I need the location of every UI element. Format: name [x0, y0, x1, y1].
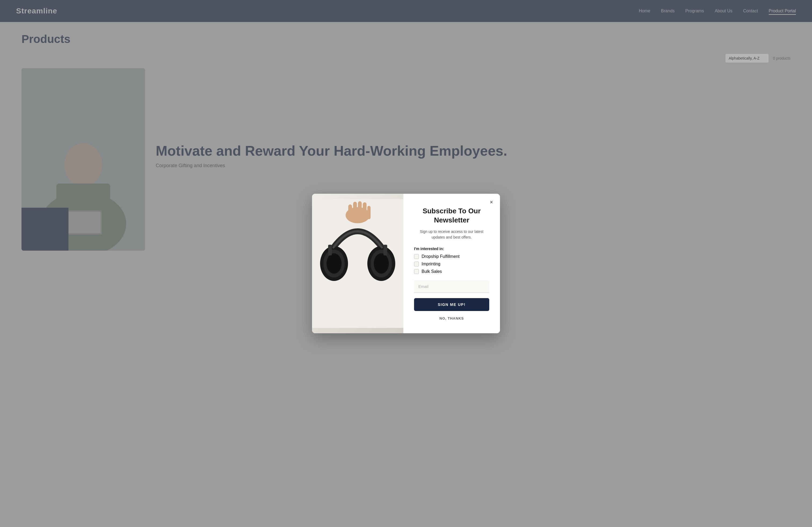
svg-rect-11: [363, 202, 366, 220]
email-input[interactable]: [414, 281, 489, 293]
svg-rect-12: [367, 206, 371, 219]
checkbox-dropship-label: Dropship Fulfillment: [422, 254, 460, 259]
modal-overlay[interactable]: × Subscribe To Our Newsletter Sign up to…: [0, 0, 812, 527]
checkbox-group: Dropship Fulfillment Imprinting Bulk Sal…: [414, 254, 489, 274]
sign-up-button[interactable]: SIGN ME UP!: [414, 298, 489, 311]
svg-rect-10: [358, 201, 362, 221]
checkbox-dropship-input[interactable]: [414, 254, 419, 259]
checkbox-imprinting-input[interactable]: [414, 261, 419, 267]
modal-title: Subscribe To Our Newsletter: [414, 207, 489, 225]
checkbox-bulk-sales-label: Bulk Sales: [422, 269, 442, 274]
svg-rect-20: [383, 245, 387, 255]
svg-point-18: [374, 253, 389, 274]
svg-rect-8: [348, 205, 352, 221]
headphones-svg: [312, 199, 403, 328]
checkbox-dropship[interactable]: Dropship Fulfillment: [414, 254, 489, 259]
modal-description: Sign up to receive access to our latest …: [414, 229, 489, 240]
svg-rect-19: [328, 245, 332, 255]
no-thanks-button[interactable]: NO, THANKS: [414, 316, 489, 320]
modal-body: Subscribe To Our Newsletter Sign up to r…: [403, 194, 500, 333]
checkbox-imprinting-label: Imprinting: [422, 261, 440, 267]
checkbox-bulk-sales[interactable]: Bulk Sales: [414, 269, 489, 274]
checkbox-bulk-sales-input[interactable]: [414, 269, 419, 274]
headphones-image: [312, 194, 403, 333]
svg-point-15: [327, 253, 342, 274]
modal-image: [312, 194, 403, 333]
svg-rect-9: [353, 202, 357, 221]
interests-label: I'm interested in:: [414, 246, 489, 251]
checkbox-imprinting[interactable]: Imprinting: [414, 261, 489, 267]
close-icon: ×: [490, 199, 493, 205]
modal-close-button[interactable]: ×: [487, 198, 496, 207]
newsletter-modal: × Subscribe To Our Newsletter Sign up to…: [312, 194, 500, 333]
